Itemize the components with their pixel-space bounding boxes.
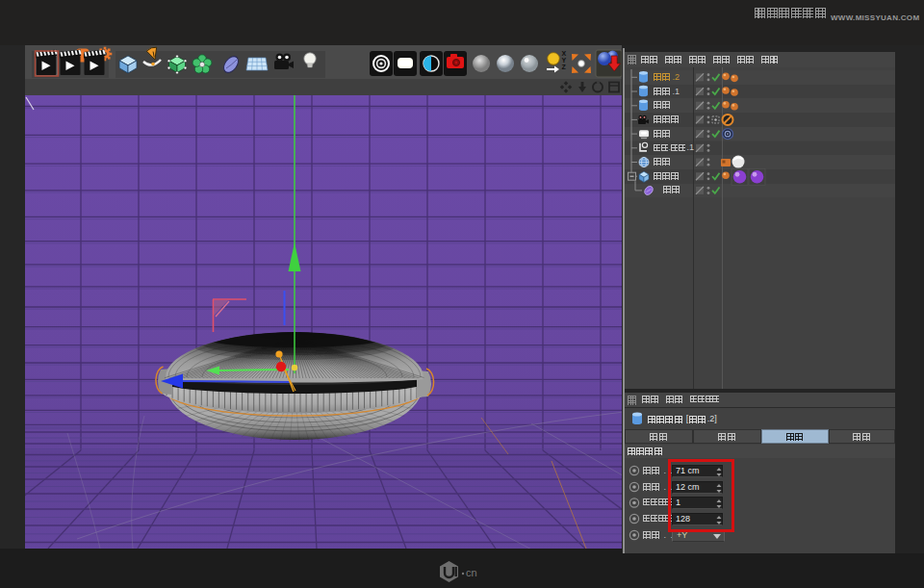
svg-text:Z: Z — [562, 64, 567, 70]
svg-text:Y: Y — [562, 57, 567, 64]
svg-text:cn: cn — [466, 567, 477, 578]
svg-text:X: X — [562, 50, 567, 57]
